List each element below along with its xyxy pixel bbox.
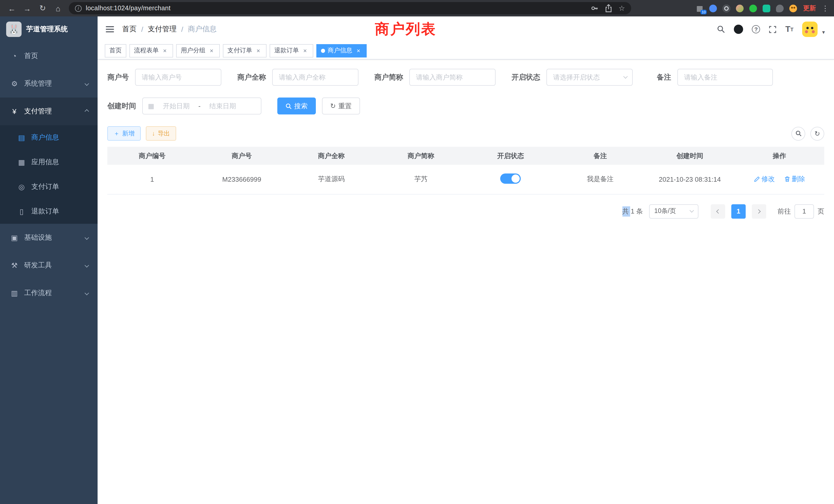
- tab-user-group[interactable]: 用户分组 ×: [176, 44, 220, 57]
- sidebar-item-payment-orders[interactable]: ◎ 支付订单: [0, 175, 97, 199]
- col-merchant-id: 商户编号: [107, 147, 197, 165]
- sidebar-item-refund-orders[interactable]: ▯ 退款订单: [0, 199, 97, 224]
- goto-page-input[interactable]: [794, 204, 814, 219]
- github-icon[interactable]: [734, 25, 743, 34]
- extension-avatar-icon[interactable]: [736, 4, 744, 13]
- avatar-glyph: [736, 4, 744, 12]
- extension-face-icon[interactable]: [789, 4, 797, 13]
- refresh-table-icon[interactable]: ↻: [810, 127, 824, 140]
- tab-close-icon[interactable]: ×: [208, 47, 215, 54]
- font-size-icon[interactable]: TT: [785, 25, 793, 34]
- extension-pin-icon[interactable]: [775, 4, 784, 13]
- reset-button[interactable]: ↻ 重置: [322, 97, 360, 114]
- bookmark-star-icon[interactable]: ☆: [619, 4, 625, 12]
- extension-green-circle-icon[interactable]: [749, 4, 758, 13]
- extension-green-square-icon[interactable]: [762, 4, 771, 13]
- omnibox-actions: ☆: [591, 4, 625, 12]
- merchant-no-input[interactable]: [135, 69, 221, 86]
- submenu-label: 退款订单: [31, 207, 59, 216]
- sidebar-item-home[interactable]: ◔ 首页: [0, 42, 97, 70]
- sidebar-item-workflow[interactable]: ▥ 工作流程: [0, 279, 97, 307]
- date-range-picker[interactable]: ▦ -: [142, 97, 261, 114]
- browser-reload-icon[interactable]: ↻: [36, 2, 49, 15]
- short-name-input[interactable]: [409, 69, 496, 86]
- extension-drop-icon[interactable]: [709, 4, 718, 13]
- toolbox-icon: ⚒: [10, 261, 19, 270]
- page-size-select[interactable]: 10条/页: [649, 204, 698, 219]
- sidebar-item-dev-tools[interactable]: ⚒ 研发工具: [0, 251, 97, 279]
- toggle-search-icon[interactable]: [791, 127, 805, 140]
- menu-label: 支付管理: [24, 107, 52, 116]
- yen-icon: ¥: [10, 107, 19, 115]
- filter-row-1: 商户号 商户全称 商户简称 开启状态 请选择开启状态: [107, 69, 824, 86]
- edit-link[interactable]: 修改: [754, 175, 775, 184]
- sidebar-item-system-management[interactable]: ⚙ 系统管理: [0, 70, 97, 97]
- page-1-button[interactable]: 1: [731, 204, 746, 219]
- sidebar-item-payment-management[interactable]: ¥ 支付管理: [0, 97, 97, 125]
- tab-merchant-info[interactable]: 商户信息 ×: [316, 44, 367, 57]
- annotation-title: 商户列表: [375, 20, 437, 39]
- fullscreen-icon[interactable]: [769, 25, 776, 33]
- full-name-input[interactable]: [272, 69, 358, 86]
- create-time-label: 创建时间: [107, 101, 142, 111]
- extension-grid-icon[interactable]: ▦ 10: [695, 4, 704, 13]
- end-date-input[interactable]: [204, 102, 242, 110]
- password-key-icon[interactable]: [591, 4, 599, 12]
- browser-forward-icon[interactable]: →: [21, 2, 34, 15]
- sidebar-item-infrastructure[interactable]: ▣ 基础设施: [0, 224, 97, 251]
- header-search-icon[interactable]: [717, 25, 725, 33]
- breadcrumb-home[interactable]: 首页: [122, 25, 137, 34]
- tab-process-form[interactable]: 流程表单 ×: [129, 44, 173, 57]
- sidebar-item-app-info[interactable]: ▦ 应用信息: [0, 150, 97, 175]
- status-select[interactable]: 请选择开启状态: [546, 69, 633, 86]
- tab-home[interactable]: 首页: [105, 44, 126, 57]
- browser-menu-icon[interactable]: ⋮: [822, 4, 829, 12]
- prev-page-button[interactable]: [711, 204, 725, 219]
- breadcrumb-payment[interactable]: 支付管理: [148, 25, 177, 34]
- help-icon[interactable]: ?: [752, 25, 760, 33]
- user-avatar[interactable]: [802, 22, 817, 37]
- tags-bar: 首页 流程表单 × 用户分组 × 支付订单 × 退款订单 ×: [97, 42, 834, 60]
- remark-input[interactable]: [677, 69, 773, 86]
- avatar-caret-icon[interactable]: ▼: [821, 30, 826, 35]
- next-page-button[interactable]: [752, 204, 766, 219]
- browser-home-icon[interactable]: ⌂: [51, 2, 65, 15]
- tab-payment-orders[interactable]: 支付订单 ×: [223, 44, 266, 57]
- chevron-up-icon: [85, 109, 89, 114]
- green-square-glyph: [763, 4, 770, 12]
- navbar-actions: ? TT ▼: [717, 22, 826, 37]
- search-button-label: 搜索: [294, 101, 308, 111]
- app-logo[interactable]: 🐰 芋道管理系统: [0, 17, 97, 42]
- tab-close-icon[interactable]: ×: [255, 47, 262, 54]
- filter-full-name: 商户全称: [237, 69, 358, 86]
- chrome-update-button[interactable]: 更新: [803, 4, 816, 13]
- sidebar-item-merchant-info[interactable]: ▤ 商户信息: [0, 125, 97, 150]
- tab-close-icon[interactable]: ×: [302, 47, 309, 54]
- status-toggle[interactable]: [501, 174, 521, 184]
- breadcrumb-current: 商户信息: [188, 25, 217, 34]
- chevron-down-icon: [85, 235, 89, 240]
- tab-refund-orders[interactable]: 退款订单 ×: [270, 44, 313, 57]
- start-date-input[interactable]: [157, 102, 195, 110]
- browser-extensions-area: ▦ 10 更新 ⋮: [695, 4, 829, 13]
- col-full-name: 商户全称: [287, 147, 376, 165]
- breadcrumb-separator: /: [181, 25, 183, 33]
- hamburger-icon[interactable]: [106, 26, 114, 32]
- tab-close-icon[interactable]: ×: [355, 47, 362, 54]
- merchant-table: 商户编号 商户号 商户全称 商户简称 开启状态 备注 创建时间 操作 1: [107, 147, 824, 194]
- extension-dark-icon[interactable]: [722, 4, 731, 13]
- delete-link[interactable]: 删除: [784, 175, 805, 184]
- tab-close-icon[interactable]: ×: [161, 47, 169, 54]
- url-text: localhost:1024/pay/merchant: [86, 5, 171, 12]
- export-button[interactable]: ↓ 导出: [146, 126, 176, 141]
- col-short-name: 商户简称: [376, 147, 466, 165]
- menu-label: 工作流程: [24, 289, 52, 298]
- browser-back-icon[interactable]: ←: [5, 2, 19, 15]
- address-bar[interactable]: i localhost:1024/pay/merchant ☆: [69, 2, 631, 14]
- add-button[interactable]: ＋ 新增: [107, 126, 141, 141]
- cell-create-time: 2021-10-23 08:31:14: [645, 165, 734, 194]
- search-button[interactable]: 搜索: [277, 97, 316, 114]
- share-icon[interactable]: [605, 4, 612, 12]
- filter-status: 开启状态 请选择开启状态: [511, 69, 633, 86]
- site-info-icon[interactable]: i: [75, 5, 82, 12]
